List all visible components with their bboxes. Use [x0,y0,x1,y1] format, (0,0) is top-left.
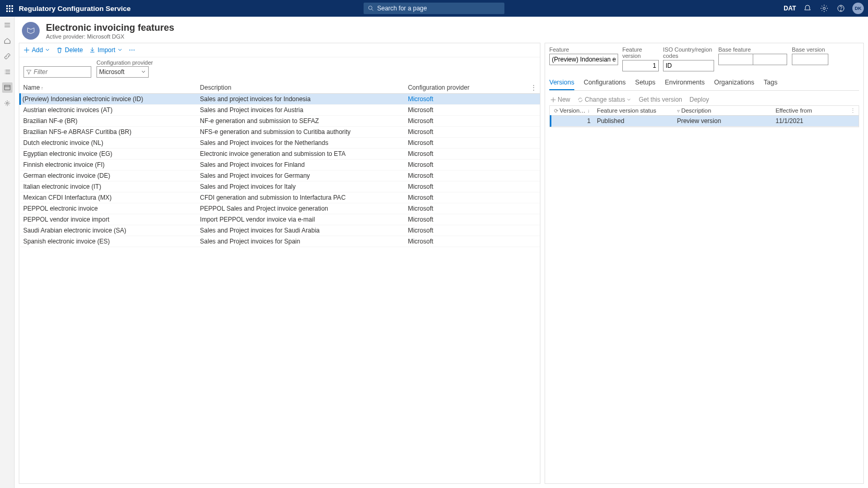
delete-button[interactable]: Delete [56,46,83,54]
import-label: Import [98,46,115,54]
iso-label: ISO Country/region codes [663,46,714,59]
detail-fields: Feature Feature version ISO Country/regi… [549,46,859,71]
table-row[interactable]: PEPPOL vendor invoice importImport PEPPO… [20,214,540,225]
table-row[interactable]: (Preview) Indonesian electronic invoice … [20,94,540,105]
cell-name: Dutch electronic invoice (NL) [20,138,197,149]
search-input[interactable] [377,5,500,12]
table-row[interactable]: Brazilian NFS-e ABRASF Curitiba (BR)NFS-… [20,127,540,138]
page-subtitle: Active provider: Microsoft DGX [46,33,174,40]
table-row[interactable]: Spanish electronic invoice (ES)Sales and… [20,236,540,247]
overflow-button[interactable]: ⋯ [129,46,135,54]
cell-desc: Sales and Project invoices for Spain [197,236,405,247]
table-row[interactable]: Egyptian electronic invoice (EG)Electron… [20,149,540,160]
vcol-desc[interactable]: ▿ Description [674,106,773,116]
add-label: Add [32,46,43,54]
versions-toolbar: New Change status Get this version Deplo… [549,94,859,105]
svg-point-0 [369,6,372,10]
cell-name: Saudi Arabian electronic invoice (SA) [20,225,197,236]
tab-setups[interactable]: Setups [635,76,656,90]
import-button[interactable]: Import [89,46,123,54]
nav-window-icon[interactable] [2,82,13,93]
vcell-status: Published [594,116,674,127]
col-desc[interactable]: Description [197,82,405,94]
add-button[interactable]: Add [23,46,50,54]
basefeat-label: Base feature [718,46,788,53]
provider-select: Configuration provider Microsoft [97,59,153,78]
chevron-down-icon [117,47,123,53]
company-code[interactable]: DAT [783,5,796,12]
col-prov[interactable]: Configuration provider⋮ [405,82,540,94]
user-avatar[interactable]: DK [852,3,864,14]
nav-home-icon[interactable] [2,35,13,46]
svg-line-1 [372,9,373,11]
basefeat-field[interactable] [718,54,753,65]
filter-icon [26,69,32,75]
page-header: Electronic invoicing features Active pro… [15,17,868,43]
cell-name: Finnish electronic invoice (FI) [20,160,197,170]
table-row[interactable]: Finnish electronic invoice (FI)Sales and… [20,160,540,170]
tab-environments[interactable]: Environments [665,76,704,90]
vcol-status[interactable]: Feature version status [594,106,674,116]
cell-prov: Microsoft [405,127,540,138]
import-icon [89,47,95,53]
cell-name: PEPPOL vendor invoice import [20,214,197,225]
notifications-icon[interactable] [802,3,813,14]
nav-gear-icon[interactable] [2,98,13,108]
cell-name: Brazilian NFS-e ABRASF Curitiba (BR) [20,127,197,138]
table-row[interactable]: Brazilian NF-e (BR)NF-e generation and s… [20,116,540,127]
table-row[interactable]: Saudi Arabian electronic invoice (SA)Sal… [20,225,540,236]
change-status-button[interactable]: Change status [577,96,631,103]
brand-title: Regulatory Configuration Service [19,5,131,13]
version-row[interactable]: 1PublishedPreview version11/1/2021 [551,116,859,127]
nav-hamburger-icon[interactable] [2,20,13,30]
new-version-button[interactable]: New [550,96,570,103]
get-label: Get this version [638,96,682,103]
app-launcher-icon[interactable] [4,3,15,14]
cell-name: Spanish electronic invoice (ES) [20,236,197,247]
vcol-version[interactable]: ⟳ Version… ↓ [551,106,594,116]
table-row[interactable]: Italian electronic invoice (IT)Sales and… [20,181,540,192]
svg-rect-5 [4,86,10,90]
cell-prov: Microsoft [405,94,540,105]
filter-input[interactable] [23,66,91,78]
version-field[interactable] [622,60,659,71]
trash-icon [56,47,63,53]
cell-desc: Sales and Project invoices for Italy [197,181,405,192]
table-row[interactable]: Austrian electronic invoices (AT)Sales a… [20,105,540,116]
table-row[interactable]: PEPPOL electronic invoicePEPPOL Sales an… [20,203,540,214]
vcol-eff[interactable]: Effective from⋮ [773,106,859,116]
table-row[interactable]: Mexican CFDI Interfactura (MX)CFDI gener… [20,192,540,203]
chevron-down-icon [45,47,50,53]
get-version-button[interactable]: Get this version [638,96,682,103]
cell-prov: Microsoft [405,149,540,160]
tab-organizations[interactable]: Organizations [714,76,754,90]
table-row[interactable]: Dutch electronic invoice (NL)Sales and P… [20,138,540,149]
filter-field[interactable] [34,68,89,76]
versions-table: ⟳ Version… ↓ Feature version status ▿ De… [549,105,859,127]
cell-desc: Sales and Project invoices for Germany [197,170,405,181]
tab-tags[interactable]: Tags [764,76,777,90]
table-row[interactable]: German electronic invoice (DE)Sales and … [20,170,540,181]
nav-list-icon[interactable] [2,67,13,77]
nav-link-icon[interactable] [2,51,13,62]
cell-prov: Microsoft [405,105,540,116]
tab-versions[interactable]: Versions [549,76,574,90]
cell-prov: Microsoft [405,116,540,127]
basefeat-field2[interactable] [753,54,787,65]
iso-field[interactable] [663,60,714,71]
tab-configurations[interactable]: Configurations [584,76,626,90]
cell-desc: Import PEPPOL vendor invoice via e-mail [197,214,405,225]
deploy-button[interactable]: Deploy [690,96,709,103]
vcell-version: 1 [551,116,594,127]
provider-dropdown[interactable]: Microsoft [97,66,149,78]
help-icon[interactable] [836,3,846,14]
col-name[interactable]: Name↑ [20,82,197,94]
cell-desc: NF-e generation and submission to SEFAZ [197,116,405,127]
cell-name: Italian electronic invoice (IT) [20,181,197,192]
basever-field[interactable] [792,54,828,65]
settings-icon[interactable] [819,3,829,14]
feature-field[interactable] [549,54,618,65]
search-box[interactable] [364,3,504,14]
cell-prov: Microsoft [405,138,540,149]
cell-desc: Sales and project invoices for Indonesia [197,94,405,105]
